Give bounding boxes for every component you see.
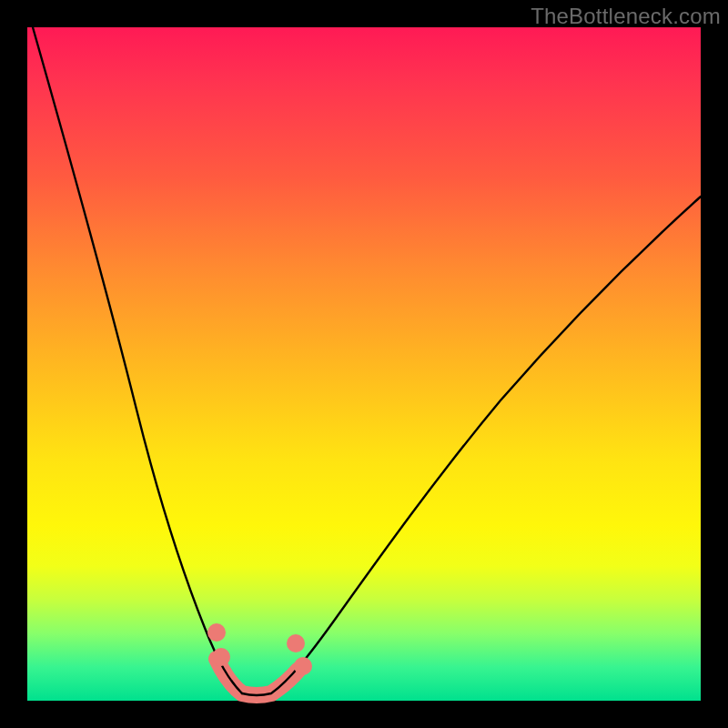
marker-dot bbox=[207, 623, 226, 642]
curve-left-branch bbox=[33, 27, 242, 693]
chart-area bbox=[27, 27, 701, 701]
marker-dot bbox=[287, 634, 305, 652]
marker-dot bbox=[212, 648, 230, 666]
marker-dot bbox=[294, 657, 312, 675]
watermark-text: TheBottleneck.com bbox=[531, 4, 721, 29]
curve-right-branch bbox=[242, 197, 701, 695]
chart-svg bbox=[27, 27, 701, 701]
